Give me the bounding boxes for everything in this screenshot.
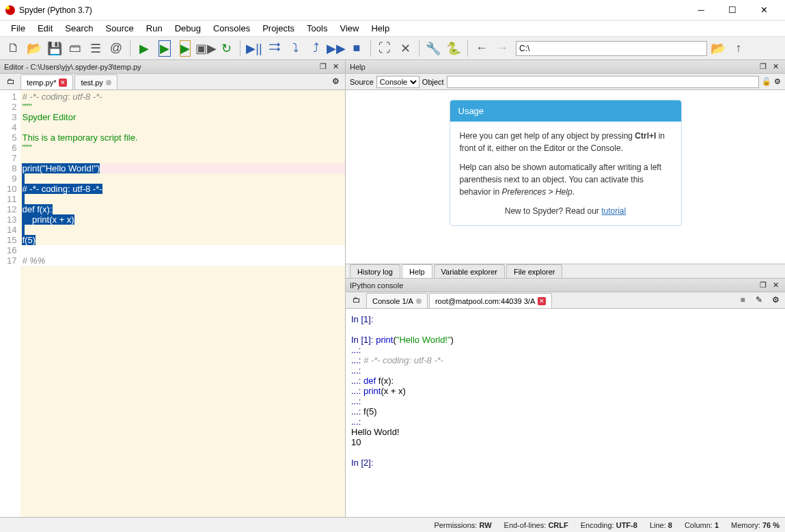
inner-tab-history-log[interactable]: History log bbox=[350, 264, 400, 278]
open-file-icon[interactable]: 📂 bbox=[25, 39, 44, 58]
help-card-title: Usage bbox=[450, 100, 681, 122]
close-tab-icon[interactable]: ✕ bbox=[59, 79, 67, 87]
help-pane-title: Help ❐ ✕ bbox=[346, 60, 785, 74]
editor-tab[interactable]: test.py bbox=[74, 74, 117, 89]
tutorial-line: New to Spyder? Read our tutorial bbox=[460, 205, 672, 217]
object-input[interactable] bbox=[447, 76, 759, 88]
console-close-pane-icon[interactable]: ✕ bbox=[770, 280, 781, 291]
continue-icon[interactable]: ▶▶ bbox=[327, 39, 346, 58]
help-usage-card: Usage Here you can get help of any objec… bbox=[450, 100, 682, 226]
stop-kernel-icon[interactable]: ■ bbox=[736, 293, 749, 307]
minimize-button[interactable]: ─ bbox=[685, 0, 717, 20]
parent-dir-icon[interactable]: ↑ bbox=[729, 39, 748, 58]
code-editor[interactable]: 1234567891011121314151617 # -*- coding: … bbox=[0, 90, 345, 517]
close-tab-icon[interactable] bbox=[106, 80, 111, 85]
console-output[interactable]: In [1]: In [1]: print("Hello World!") ..… bbox=[346, 309, 785, 517]
menu-projects[interactable]: Projects bbox=[257, 22, 300, 35]
object-label: Object bbox=[422, 78, 444, 86]
back-icon[interactable]: ← bbox=[472, 39, 491, 58]
forward-icon[interactable]: → bbox=[493, 39, 512, 58]
editor-close-pane-icon[interactable]: ✕ bbox=[330, 61, 341, 72]
help-toolbar: Source Console Object 🔓 ⚙ bbox=[346, 74, 785, 90]
main-toolbar: 🗋 📂 💾 🗃 ☰ @ ▶ ▶ ▶ ▣▶ ↻ ▶|| ⮆ ⤵ ⤴ ▶▶ ■ ⛶ … bbox=[0, 37, 785, 60]
close-tab-icon[interactable] bbox=[416, 298, 422, 304]
help-undock-icon[interactable]: ❐ bbox=[758, 61, 769, 72]
menu-consoles[interactable]: Consoles bbox=[208, 22, 256, 35]
step-over-icon[interactable]: ⮆ bbox=[265, 39, 284, 58]
console-tabbar: 🗀 Console 1/Aroot@matpool.com:44039 3/A✕… bbox=[346, 292, 785, 309]
source-select[interactable]: Console bbox=[376, 76, 419, 88]
run-selection-icon[interactable]: ▣▶ bbox=[196, 39, 215, 58]
editor-tabbar: 🗀 temp.py*✕test.py ⚙ bbox=[0, 74, 345, 90]
help-text-1: Here you can get help of any object by p… bbox=[460, 130, 672, 154]
help-pane-title-text: Help bbox=[350, 63, 366, 71]
menu-help[interactable]: Help bbox=[366, 22, 395, 35]
tutorial-link[interactable]: tutorial bbox=[601, 206, 626, 216]
lock-icon[interactable]: 🔓 bbox=[762, 77, 771, 86]
step-into-icon[interactable]: ⤵ bbox=[286, 39, 305, 58]
titlebar: Spyder (Python 3.7) ─ ☐ ✕ bbox=[0, 0, 785, 20]
help-options-icon[interactable]: ⚙ bbox=[774, 77, 781, 86]
editor-tab[interactable]: temp.py*✕ bbox=[20, 74, 73, 89]
preferences-icon[interactable]: 🔧 bbox=[424, 39, 443, 58]
console-tab[interactable]: root@matpool.com:44039 3/A✕ bbox=[429, 293, 552, 308]
maximize-button[interactable]: ☐ bbox=[717, 0, 748, 20]
browse-tabs-icon[interactable]: 🗀 bbox=[4, 74, 18, 88]
save-icon[interactable]: 💾 bbox=[45, 39, 64, 58]
step-out-icon[interactable]: ⤴ bbox=[306, 39, 325, 58]
list-icon[interactable]: ☰ bbox=[86, 39, 105, 58]
working-dir-input[interactable] bbox=[516, 41, 707, 56]
help-text-2: Help can also be shown automatically aft… bbox=[460, 161, 672, 198]
python-path-icon[interactable]: 🐍 bbox=[444, 39, 463, 58]
help-inner-tabs: History logHelpVariable explorerFile exp… bbox=[346, 264, 785, 279]
fullscreen-icon[interactable]: ✕ bbox=[396, 39, 415, 58]
inner-tab-help[interactable]: Help bbox=[402, 264, 432, 278]
editor-undock-icon[interactable]: ❐ bbox=[318, 61, 329, 72]
menu-source[interactable]: Source bbox=[100, 22, 139, 35]
run-cell-advance-icon[interactable]: ▶ bbox=[176, 39, 195, 58]
save-all-icon[interactable]: 🗃 bbox=[66, 39, 85, 58]
browse-dir-icon[interactable]: 📂 bbox=[708, 39, 728, 58]
run-icon[interactable]: ▶ bbox=[135, 39, 154, 58]
at-icon[interactable]: @ bbox=[107, 39, 126, 58]
editor-pane-title-text: Editor - C:\Users\yjy\.spyder-py3\temp.p… bbox=[4, 63, 141, 71]
console-pane-title-text: IPython console bbox=[350, 281, 403, 290]
help-close-pane-icon[interactable]: ✕ bbox=[770, 61, 781, 72]
menu-edit[interactable]: Edit bbox=[32, 22, 58, 35]
statusbar: Permissions: RW End-of-lines: CRLF Encod… bbox=[0, 517, 785, 532]
source-label: Source bbox=[350, 78, 374, 86]
rerun-icon[interactable]: ↻ bbox=[217, 39, 236, 58]
close-tab-icon[interactable]: ✕ bbox=[538, 297, 546, 305]
editor-options-icon[interactable]: ⚙ bbox=[329, 74, 342, 88]
menu-tools[interactable]: Tools bbox=[301, 22, 333, 35]
debug-icon[interactable]: ▶|| bbox=[245, 39, 264, 58]
editor-pane-title: Editor - C:\Users\yjy\.spyder-py3\temp.p… bbox=[0, 60, 345, 74]
console-tab[interactable]: Console 1/A bbox=[366, 293, 428, 308]
window-title: Spyder (Python 3.7) bbox=[19, 5, 685, 15]
new-file-icon[interactable]: 🗋 bbox=[4, 39, 23, 58]
menu-view[interactable]: View bbox=[334, 22, 364, 35]
menubar: FileEditSearchSourceRunDebugConsolesProj… bbox=[0, 20, 785, 37]
menu-file[interactable]: File bbox=[5, 22, 31, 35]
menu-debug[interactable]: Debug bbox=[169, 22, 206, 35]
clear-console-icon[interactable]: ✎ bbox=[752, 293, 766, 307]
maximize-pane-icon[interactable]: ⛶ bbox=[375, 39, 394, 58]
console-pane-title: IPython console ❐ ✕ bbox=[346, 279, 785, 292]
menu-run[interactable]: Run bbox=[141, 22, 168, 35]
inner-tab-variable-explorer[interactable]: Variable explorer bbox=[434, 264, 505, 278]
browse-consoles-icon[interactable]: 🗀 bbox=[350, 293, 363, 307]
close-button[interactable]: ✕ bbox=[748, 0, 780, 20]
console-options-icon[interactable]: ⚙ bbox=[769, 293, 782, 307]
console-undock-icon[interactable]: ❐ bbox=[758, 280, 769, 291]
stop-debug-icon[interactable]: ■ bbox=[347, 39, 366, 58]
run-cell-icon[interactable]: ▶ bbox=[155, 39, 174, 58]
spyder-logo-icon bbox=[5, 5, 15, 15]
menu-search[interactable]: Search bbox=[59, 22, 98, 35]
inner-tab-file-explorer[interactable]: File explorer bbox=[506, 264, 563, 278]
